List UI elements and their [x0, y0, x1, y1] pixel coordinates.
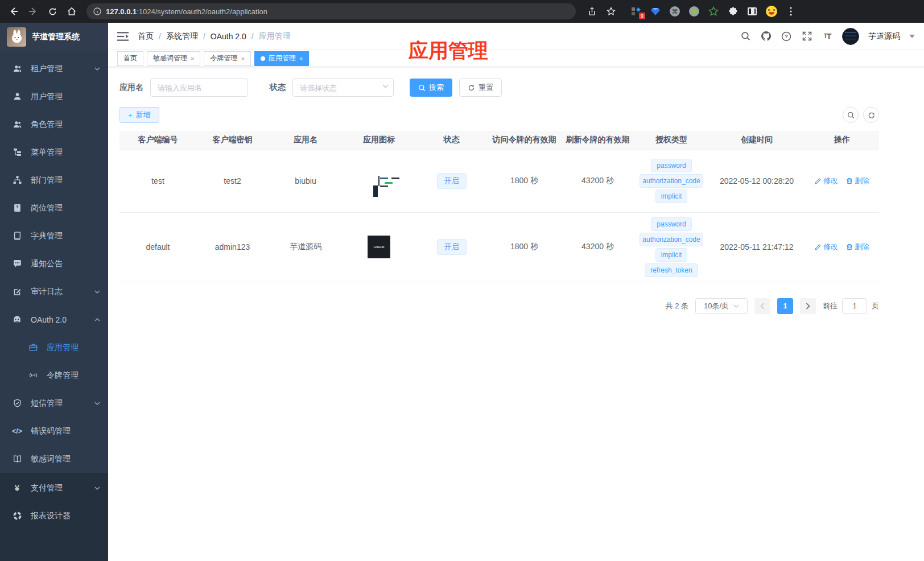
- split-view-icon[interactable]: [746, 6, 758, 17]
- profile-avatar-icon[interactable]: [766, 6, 777, 17]
- breadcrumb-home[interactable]: 首页: [138, 31, 154, 42]
- sidebar-menu-bottom: ¥ 支付管理 报表设计器: [0, 473, 108, 561]
- sidebar-item-oauth-token[interactable]: 令牌管理: [0, 361, 108, 389]
- chevron-down-icon: [94, 402, 100, 405]
- username[interactable]: 芋道源码: [868, 31, 900, 42]
- bookmark-star-icon[interactable]: [603, 3, 619, 19]
- sidebar-item-label: 租户管理: [31, 64, 85, 74]
- tag-sensitive-word[interactable]: 敏感词管理×: [147, 51, 200, 66]
- table-header-row: 客户端编号 客户端密钥 应用名 应用图标 状态 访问令牌的有效期 刷新令牌的有效…: [119, 131, 879, 150]
- breadcrumb-oauth[interactable]: OAuth 2.0: [211, 32, 246, 41]
- sidebar-item-notice[interactable]: 通知公告: [0, 250, 108, 278]
- edit-button[interactable]: 修改: [815, 242, 838, 252]
- cell-refresh-token-validity: 43200 秒: [561, 150, 634, 212]
- sidebar-item-post[interactable]: 岗位管理: [0, 194, 108, 222]
- cell-actions: 修改 删除: [805, 150, 879, 212]
- add-button[interactable]: + 新增: [119, 107, 159, 123]
- close-icon[interactable]: ×: [299, 55, 303, 62]
- refresh-table-button[interactable]: [863, 107, 879, 123]
- cell-client-secret: test2: [196, 150, 269, 212]
- sidebar-item-sms[interactable]: 短信管理: [0, 389, 108, 417]
- applications-table: 客户端编号 客户端密钥 应用名 应用图标 状态 访问令牌的有效期 刷新令牌的有效…: [119, 131, 879, 282]
- search-button-label: 搜索: [429, 82, 444, 93]
- sidebar-item-dept[interactable]: 部门管理: [0, 166, 108, 194]
- address-bar[interactable]: 127.0.0.1:1024/system/oauth2/oauth2/appl…: [86, 3, 576, 19]
- close-icon[interactable]: ×: [191, 55, 194, 62]
- status-badge: 开启: [437, 239, 467, 255]
- show-search-toggle-button[interactable]: [843, 107, 859, 123]
- sidebar-item-role[interactable]: 角色管理: [0, 110, 108, 138]
- sidebar-item-label: 短信管理: [31, 398, 85, 409]
- goto-page-input[interactable]: [842, 298, 867, 314]
- sidebar-item-label: 支付管理: [31, 483, 85, 493]
- page-number-1[interactable]: 1: [777, 298, 793, 314]
- cell-access-token-validity: 1800 秒: [488, 212, 561, 282]
- id-badge-icon: [13, 204, 22, 213]
- sidebar-item-sensitive-word[interactable]: 敏感词管理: [0, 445, 108, 473]
- sidebar-item-tenant[interactable]: 租户管理: [0, 55, 108, 82]
- user-avatar[interactable]: [842, 28, 859, 45]
- cell-client-id: default: [119, 212, 196, 282]
- table-toolbar: + 新增: [119, 107, 879, 123]
- reset-button[interactable]: 重置: [459, 79, 502, 97]
- page-size-select[interactable]: 10条/页: [695, 298, 748, 314]
- user-icon: [13, 92, 22, 101]
- browser-menu-icon[interactable]: [785, 6, 797, 17]
- sidebar-item-errcode[interactable]: </> 错误码管理: [0, 417, 108, 445]
- fullscreen-icon[interactable]: [801, 31, 812, 42]
- cell-actions: 修改 删除: [805, 212, 879, 282]
- edit-button[interactable]: 修改: [815, 176, 838, 186]
- site-info-icon[interactable]: [93, 7, 101, 15]
- sidebar-item-pay[interactable]: ¥ 支付管理: [0, 474, 108, 502]
- sidebar-item-oauth[interactable]: OAuth 2.0: [0, 306, 108, 333]
- search-button[interactable]: 搜索: [410, 79, 452, 97]
- sidebar-item-audit-log[interactable]: 审计日志: [0, 278, 108, 306]
- app-icon-thumbnail: [378, 176, 380, 186]
- book-icon: [13, 232, 22, 241]
- sidebar-item-label: 菜单管理: [31, 147, 100, 158]
- share-icon[interactable]: [584, 3, 600, 19]
- search-icon: [418, 84, 426, 92]
- cell-app-icon: GitHub: [343, 212, 415, 282]
- sidebar-item-label: OAuth 2.0: [31, 315, 85, 324]
- tag-token[interactable]: 令牌管理×: [204, 51, 250, 66]
- refresh-icon: [468, 84, 475, 92]
- app-name-input[interactable]: [150, 79, 248, 97]
- browser-reload-icon[interactable]: [44, 3, 60, 19]
- sidebar-item-label: 敏感词管理: [31, 454, 100, 464]
- extensions-puzzle-icon[interactable]: [727, 6, 739, 17]
- help-icon[interactable]: ?: [781, 31, 792, 42]
- status-select[interactable]: [292, 79, 394, 97]
- browser-back-icon[interactable]: [6, 3, 22, 19]
- close-icon[interactable]: ×: [241, 55, 244, 62]
- prev-page-button[interactable]: [754, 298, 770, 314]
- font-size-icon[interactable]: TT: [822, 31, 833, 42]
- cell-client-secret: admin123: [196, 212, 269, 282]
- app-icon-thumbnail: GitHub: [368, 236, 390, 258]
- collapse-sidebar-icon[interactable]: [117, 30, 130, 43]
- extension-command-icon[interactable]: ⌘: [669, 6, 680, 17]
- col-actions: 操作: [805, 131, 879, 150]
- tag-home[interactable]: 首页: [117, 51, 143, 66]
- extension-blocks-icon[interactable]: 9: [630, 6, 642, 17]
- github-icon[interactable]: [760, 31, 772, 42]
- sidebar-item-label: 字典管理: [31, 231, 100, 241]
- extension-gem-icon[interactable]: [650, 6, 661, 17]
- delete-button[interactable]: 删除: [846, 242, 869, 252]
- sidebar-item-dict[interactable]: 字典管理: [0, 222, 108, 250]
- browser-home-icon[interactable]: [64, 3, 80, 19]
- delete-button[interactable]: 删除: [846, 176, 869, 186]
- search-icon[interactable]: [740, 31, 751, 42]
- sidebar-item-report-designer[interactable]: 报表设计器: [0, 502, 108, 530]
- sidebar-item-oauth-application[interactable]: 应用管理: [0, 333, 108, 361]
- browser-forward-icon[interactable]: [25, 3, 41, 19]
- tag-application[interactable]: 应用管理×: [254, 51, 309, 66]
- extension-record-icon[interactable]: [688, 6, 700, 17]
- sidebar-item-user[interactable]: 用户管理: [0, 82, 108, 110]
- extension-star-icon[interactable]: [708, 6, 719, 17]
- caret-down-icon[interactable]: [909, 35, 915, 38]
- app-logo[interactable]: 芋道管理系统: [0, 23, 108, 51]
- sidebar-item-menu[interactable]: 菜单管理: [0, 138, 108, 166]
- breadcrumb-system[interactable]: 系统管理: [166, 31, 198, 42]
- next-page-button[interactable]: [800, 298, 816, 314]
